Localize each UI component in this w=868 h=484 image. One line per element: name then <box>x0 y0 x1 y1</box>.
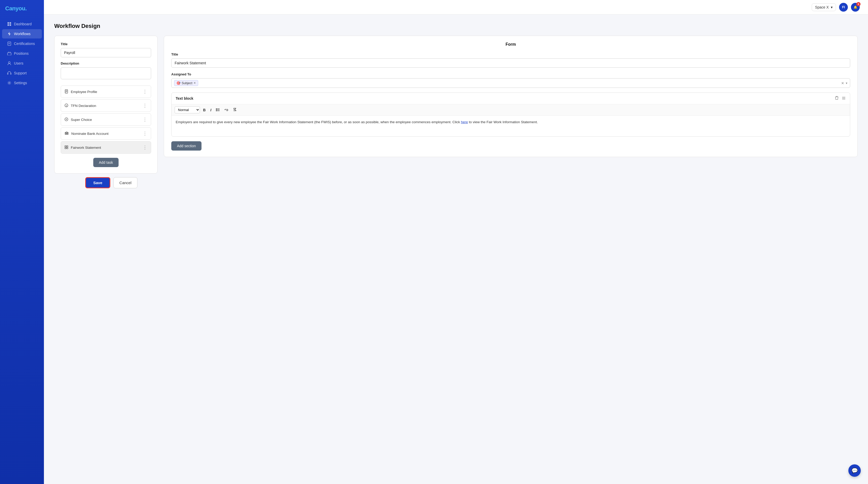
task-label-fairwork-statement: Fairwork Statement <box>71 146 101 150</box>
description-label: Description <box>61 62 151 65</box>
notification-badge: 9 <box>857 2 861 6</box>
task-item-fairwork-statement[interactable]: Fairwork Statement ⋮ <box>61 141 151 154</box>
right-panel: Form Title Assigned To 🎯 Subject ✕ ✕ ▾ <box>164 36 858 157</box>
bank-icon <box>65 131 69 136</box>
workspace-name: Space X <box>815 5 829 9</box>
page-title: Workflow Design <box>54 23 858 29</box>
chat-bubble[interactable]: 💬 <box>848 464 861 477</box>
notification-bell[interactable]: 🔔 9 <box>851 3 860 12</box>
briefcase-icon <box>7 52 11 56</box>
workspace-chevron-icon: ▾ <box>831 5 833 9</box>
svg-rect-24 <box>65 146 66 147</box>
save-button[interactable]: Save <box>85 177 110 188</box>
link-button[interactable] <box>223 107 230 113</box>
headphones-icon <box>7 71 11 75</box>
clear-format-button[interactable] <box>231 107 238 113</box>
topbar: Space X ▾ FI 🔔 9 <box>44 0 868 14</box>
sidebar-label-dashboard: Dashboard <box>14 22 32 26</box>
app-logo: Canyou. <box>0 5 44 19</box>
task-list: Employee Profile ⋮ $ TFN Declaration ⋮ <box>61 86 151 154</box>
svg-rect-2 <box>7 24 9 26</box>
form-title-input[interactable] <box>171 58 850 68</box>
list-button[interactable] <box>214 107 221 113</box>
task-label-nominate-bank: Nominate Bank Account <box>71 132 108 136</box>
sidebar: Canyou. Dashboard Workflows Certificatio… <box>0 0 44 484</box>
sidebar-label-settings: Settings <box>14 81 27 85</box>
sidebar-item-workflows[interactable]: Workflows <box>2 29 42 38</box>
svg-text:$: $ <box>66 105 67 107</box>
delete-block-icon[interactable] <box>835 96 839 101</box>
toolbar: Normal Heading 1 Heading 2 Heading 3 B I <box>172 104 850 116</box>
assigned-to-field[interactable]: 🎯 Subject ✕ ✕ ▾ <box>171 78 850 88</box>
zap-icon <box>7 32 11 36</box>
description-input[interactable] <box>61 67 151 79</box>
text-block-header: Text block <box>172 93 850 104</box>
text-block-content: Employers are required to give every new… <box>172 116 850 136</box>
gear-icon <box>7 81 11 85</box>
main-content: Space X ▾ FI 🔔 9 Workflow Design Title D… <box>44 0 868 484</box>
sidebar-item-positions[interactable]: Positions <box>2 49 42 58</box>
subject-tag-remove[interactable]: ✕ <box>193 82 196 85</box>
drag-block-icon[interactable] <box>842 96 846 101</box>
page-area: Workflow Design Title Description Empl <box>44 14 868 484</box>
title-input[interactable] <box>61 48 151 57</box>
assigned-chevron-icon[interactable]: ▾ <box>846 82 847 85</box>
form-title-label: Title <box>171 53 850 56</box>
form-section-title: Form <box>171 42 850 47</box>
cancel-button[interactable]: Cancel <box>114 177 137 188</box>
sidebar-label-support: Support <box>14 71 27 75</box>
bell-icon: 🔔 <box>854 5 858 9</box>
bold-button[interactable]: B <box>202 107 207 113</box>
doc-icon <box>65 89 68 94</box>
subject-icon: 🎯 <box>177 81 181 85</box>
title-label: Title <box>61 42 151 46</box>
coin-icon: $ <box>65 103 68 108</box>
task-menu-super-choice[interactable]: ⋮ <box>143 117 147 122</box>
subject-tag: 🎯 Subject ✕ <box>174 80 198 86</box>
task-menu-fairwork-statement[interactable]: ⋮ <box>143 144 147 150</box>
action-buttons: Save Cancel <box>85 177 858 188</box>
svg-rect-21 <box>66 133 67 134</box>
sidebar-item-dashboard[interactable]: Dashboard <box>2 20 42 29</box>
svg-rect-26 <box>65 148 66 149</box>
assigned-clear-icon[interactable]: ✕ <box>841 81 844 85</box>
workspace-selector[interactable]: Space X ▾ <box>812 3 836 11</box>
task-item-nominate-bank[interactable]: Nominate Bank Account ⋮ <box>61 127 151 140</box>
subject-tag-label: Subject <box>182 82 192 85</box>
svg-rect-5 <box>8 42 11 45</box>
task-label-tfn-declaration: TFN Declaration <box>71 104 96 108</box>
task-item-employee-profile[interactable]: Employee Profile ⋮ <box>61 86 151 98</box>
avatar[interactable]: FI <box>839 3 848 12</box>
italic-button[interactable]: I <box>209 107 213 113</box>
task-menu-nominate-bank[interactable]: ⋮ <box>143 131 147 136</box>
assigned-to-label: Assigned To <box>171 72 850 76</box>
add-task-button[interactable]: Add task <box>93 158 119 167</box>
svg-rect-20 <box>65 133 66 134</box>
text-style-select[interactable]: Normal Heading 1 Heading 2 Heading 3 <box>175 106 200 114</box>
task-label-employee-profile: Employee Profile <box>71 90 97 94</box>
sidebar-label-users: Users <box>14 61 24 65</box>
task-menu-employee-profile[interactable]: ⋮ <box>143 89 147 95</box>
fairwork-icon <box>65 146 68 150</box>
sidebar-item-settings[interactable]: Settings <box>2 78 42 88</box>
text-block: Text block Normal <box>171 93 850 137</box>
task-item-tfn-declaration[interactable]: $ TFN Declaration ⋮ <box>61 99 151 112</box>
panels: Title Description Employee Profile ⋮ <box>54 36 858 173</box>
sidebar-item-support[interactable]: Support <box>2 68 42 78</box>
grid-icon <box>7 22 11 26</box>
logo-text: Canyou. <box>5 5 27 12</box>
svg-rect-3 <box>9 24 11 26</box>
task-menu-tfn-declaration[interactable]: ⋮ <box>143 103 147 108</box>
svg-point-35 <box>216 109 217 110</box>
add-section-button[interactable]: Add section <box>171 141 202 151</box>
sidebar-item-users[interactable]: Users <box>2 59 42 68</box>
badge-icon <box>7 41 11 46</box>
sidebar-item-certifications[interactable]: Certifications <box>2 39 42 48</box>
svg-rect-8 <box>7 53 11 55</box>
task-item-super-choice[interactable]: Super Choice ⋮ <box>61 114 151 126</box>
svg-point-34 <box>216 108 217 109</box>
chat-icon: 💬 <box>851 467 858 474</box>
fwis-link[interactable]: here <box>461 120 468 124</box>
svg-rect-22 <box>67 133 68 134</box>
avatar-initials: FI <box>842 5 845 9</box>
